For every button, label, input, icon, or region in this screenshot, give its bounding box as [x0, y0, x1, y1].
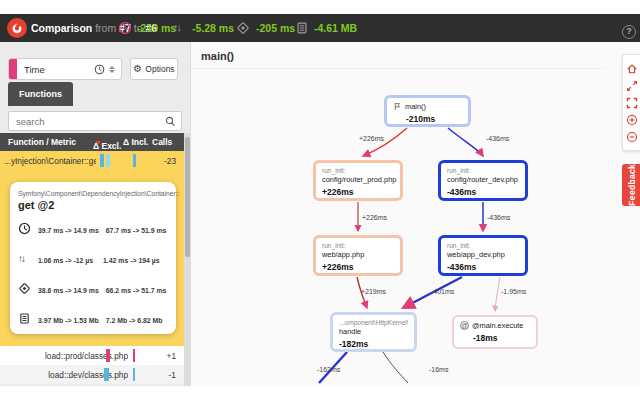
options-button-label: Options: [145, 64, 174, 74]
at-icon: @: [460, 321, 469, 330]
node-title: @main.execute: [472, 321, 523, 330]
node-router-prod[interactable]: run_init: config/router_prod.php +226ms: [313, 160, 403, 201]
io-time-icon: ↑↓: [18, 253, 38, 264]
blackfire-logo-icon[interactable]: [7, 18, 27, 38]
tooltip-io-row: ↑↓ 1.06 ms -> -12 µs 1.42 ms -> 194 µs: [18, 245, 168, 271]
blackfire-comparison-window: Comparison from #7 to #6 -210 ms ↑↓ -5.2…: [0, 14, 640, 386]
feedback-button[interactable]: Feedback: [622, 164, 640, 206]
table-header: Function / Metric Δ Excl. Δ Incl. Calls: [0, 133, 184, 151]
table-row[interactable]: load::dev/classes.php -1: [0, 365, 184, 384]
home-icon[interactable]: [626, 63, 638, 75]
search-icon: [165, 116, 176, 127]
search-input[interactable]: [16, 112, 166, 130]
edge-label: -16ms: [429, 366, 449, 373]
edge-label: +226ms: [362, 214, 388, 221]
function-name: ...yInjection\Container::get: [4, 156, 96, 166]
io-time-delta[interactable]: -5.28 ms: [192, 22, 234, 34]
col-delta-incl[interactable]: Δ Incl.: [123, 137, 148, 147]
table-row[interactable]: load::prod/classes.php +1: [0, 346, 184, 365]
zoom-out-icon[interactable]: [626, 131, 638, 143]
calls-value: +1: [167, 351, 176, 361]
incl-bar: [133, 349, 135, 362]
cpu-time-delta[interactable]: -205 ms: [256, 22, 295, 34]
tooltip-wall-time-row: 39.7 ms -> 14.9 ms 67.7 ms -> 51.9 ms: [18, 215, 168, 241]
tooltip-memory-row: 3.97 Mb -> 1.53 Mb 7.2 Mb -> 6.82 Mb: [18, 305, 168, 331]
excl-bar: [104, 368, 109, 381]
edge-label: -401ms: [431, 288, 455, 295]
incl-bar: [133, 368, 135, 381]
clock-icon: [94, 64, 105, 75]
edge-label: +226ms: [359, 135, 385, 142]
node-delta: -210ms: [406, 114, 462, 124]
col-calls[interactable]: Calls: [152, 137, 172, 147]
dimension-select[interactable]: Time: [8, 58, 122, 80]
cpu-time-icon[interactable]: [236, 21, 250, 35]
callgraph-area: main() +226ms -436ms +226ms -436ms +219m…: [190, 42, 640, 386]
tooltip-cpu-row: 38.6 ms -> 14.9 ms 66.2 ms -> 51.7 ms: [18, 275, 168, 301]
edge-label: -162ms: [317, 366, 341, 373]
zoom-in-icon[interactable]: [626, 114, 638, 126]
function-tooltip: Symfony\Component\DependencyInjection\Co…: [10, 182, 176, 334]
node-kernel-handle[interactable]: ...omponent\HttpKernel\Kernel:: handle -…: [330, 312, 417, 352]
edge-label: -436ms: [486, 135, 510, 142]
fullscreen-icon[interactable]: [626, 97, 638, 109]
node-web-app-dev[interactable]: run_init: web/app_dev.php -436ms: [438, 235, 528, 276]
col-function-metric[interactable]: Function / Metric: [8, 137, 76, 147]
dimension-color-swatch: [9, 59, 17, 79]
incl-bar: [133, 154, 136, 167]
excl-bar: [106, 349, 110, 362]
memory-icon: [18, 312, 31, 325]
gear-icon: ⚙: [133, 64, 142, 74]
calls-value: -23: [164, 156, 176, 166]
graph-toolbar: [622, 54, 640, 151]
tooltip-method: get @2: [18, 199, 168, 211]
node-main[interactable]: main() -210ms: [384, 95, 471, 127]
search-box: [8, 111, 182, 131]
sidebar: Time ⚙ Options Functions Function / Metr…: [0, 42, 190, 386]
io-time-icon[interactable]: ↑↓: [173, 21, 180, 33]
sort-desc-icon: [95, 141, 101, 145]
tab-functions-label: Functions: [19, 89, 62, 99]
node-title: main(): [405, 102, 426, 111]
cpu-time-icon: [18, 282, 31, 295]
chevron-updown-icon: [109, 66, 115, 73]
wall-time-delta[interactable]: -210 ms: [137, 22, 176, 34]
tab-functions[interactable]: Functions: [8, 82, 73, 106]
options-button[interactable]: ⚙ Options: [130, 58, 178, 80]
topbar: Comparison from #7 to #6 -210 ms ↑↓ -5.2…: [0, 14, 640, 42]
scrollbar-thumb[interactable]: [185, 137, 190, 257]
node-router-dev[interactable]: run_init: config/router_dev.php -436ms: [438, 160, 528, 201]
memory-icon[interactable]: [295, 21, 309, 35]
flag-icon: [393, 102, 402, 111]
edge-label: -436ms: [487, 214, 511, 221]
help-icon[interactable]: ?: [622, 25, 636, 39]
edge-label: +219ms: [361, 288, 387, 295]
resize-diagonal-icon[interactable]: [626, 80, 638, 92]
edge-label: -1.95ms: [501, 288, 527, 295]
wall-time-icon: [18, 222, 31, 235]
excl-bar: [106, 154, 110, 167]
dimension-select-value: Time: [24, 64, 94, 75]
memory-delta[interactable]: -4.61 MB: [314, 22, 357, 34]
node-main-execute[interactable]: @ @main.execute -18ms: [452, 315, 538, 349]
feedback-label: Feedback: [627, 164, 637, 206]
tooltip-class: Symfony\Component\DependencyInjection\Co…: [18, 190, 168, 197]
node-web-app[interactable]: run_init: web/app.php +226ms: [313, 235, 403, 276]
excl-bar: [100, 154, 104, 167]
table-row-selected[interactable]: ...yInjection\Container::get@2 -23: [0, 151, 184, 170]
wall-time-icon[interactable]: [118, 21, 132, 35]
calls-value: -1: [169, 370, 176, 380]
